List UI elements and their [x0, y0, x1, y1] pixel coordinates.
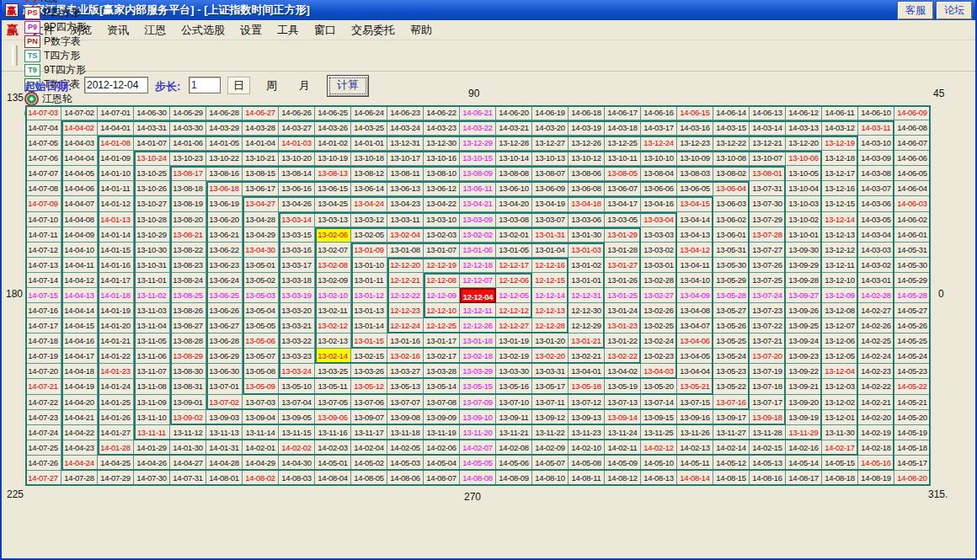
- date-cell: 14-03-16: [677, 120, 713, 136]
- toolbar-item-4[interactable]: P99P四方形: [24, 20, 87, 35]
- date-cell: 13-07-13: [605, 395, 641, 410]
- date-cell: 14-08-08: [460, 471, 496, 486]
- date-cell: 13-10-27: [134, 196, 170, 211]
- date-cell: 14-01-17: [98, 273, 134, 288]
- date-cell: 14-04-03: [61, 136, 98, 151]
- date-cell: 14-04-28: [206, 456, 243, 471]
- menu-item-3[interactable]: 江恩: [136, 22, 174, 38]
- date-cell: 13-09-08: [387, 410, 424, 425]
- date-cell: 13-09-18: [750, 410, 786, 425]
- date-cell: 14-01-16: [98, 258, 134, 273]
- date-cell: 14-05-03: [387, 456, 424, 471]
- date-cell: 14-08-05: [351, 471, 387, 486]
- date-cell: 14-03-19: [569, 120, 605, 136]
- date-cell: 13-06-14: [351, 181, 387, 196]
- date-cell: 13-03-08: [496, 212, 532, 227]
- date-cell: 13-11-30: [822, 425, 858, 440]
- date-cell: 13-06-19: [206, 196, 243, 211]
- date-cell: 14-08-01: [206, 471, 243, 486]
- date-cell: 14-03-31: [134, 120, 170, 136]
- date-cell: 13-12-04: [822, 364, 858, 379]
- date-cell: 13-07-27: [750, 243, 786, 258]
- date-cell: 14-01-11: [98, 181, 134, 196]
- date-cell: 13-03-27: [387, 364, 424, 379]
- date-cell: 13-03-01: [641, 258, 677, 273]
- date-cell: 13-02-27: [641, 288, 677, 303]
- date-cell: 13-08-15: [243, 166, 279, 181]
- date-cell: 13-10-26: [134, 181, 170, 196]
- toolbar-item-3[interactable]: PSP四方形: [24, 6, 87, 20]
- menu-item-7[interactable]: 窗口: [307, 22, 344, 38]
- date-cell: 12-12-18: [460, 258, 496, 273]
- step-input[interactable]: [189, 77, 221, 93]
- date-cell: 14-03-12: [822, 120, 858, 136]
- date-cell: 14-04-19: [61, 379, 98, 394]
- date-cell: 14-02-22: [858, 379, 894, 394]
- date-cell: 13-03-28: [424, 364, 460, 379]
- date-cell: 14-07-24: [25, 425, 61, 440]
- date-cell: 13-03-19: [279, 288, 315, 303]
- calculate-button[interactable]: 计算: [327, 75, 369, 97]
- date-cell: 13-10-11: [605, 151, 641, 166]
- date-cell: 13-11-11: [134, 425, 170, 440]
- date-cell: 13-08-31: [170, 379, 206, 394]
- date-cell: 13-03-21: [279, 318, 315, 333]
- date-cell: 13-06-26: [206, 303, 243, 318]
- date-cell: 14-05-05: [460, 456, 496, 471]
- toolbar-item-6[interactable]: TST四方形: [24, 49, 87, 63]
- date-cell: 13-05-18: [569, 379, 605, 394]
- date-cell: 13-06-09: [532, 181, 569, 196]
- date-cell: 13-01-17: [424, 333, 460, 349]
- date-cell: 14-01-29: [134, 440, 170, 456]
- date-cell: 13-02-02: [460, 227, 496, 243]
- toolbar-item-5[interactable]: PNP数字表: [24, 35, 87, 49]
- date-cell: 13-10-03: [786, 196, 822, 211]
- menu-item-4[interactable]: 公式选股: [174, 22, 232, 38]
- date-cell: 13-08-18: [170, 181, 206, 196]
- forum-button[interactable]: 论坛: [937, 2, 972, 19]
- date-cell: 13-08-02: [713, 166, 750, 181]
- date-cell: 14-06-03: [894, 196, 931, 211]
- date-cell: 14-06-06: [894, 151, 931, 166]
- date-cell: 14-05-21: [894, 395, 931, 410]
- date-cell: 14-02-05: [387, 440, 424, 456]
- date-cell: 13-02-22: [605, 349, 641, 364]
- date-cell: 13-07-02: [206, 395, 243, 410]
- menu-item-5[interactable]: 设置: [232, 22, 270, 38]
- date-cell: 13-07-31: [750, 181, 786, 196]
- period-option-0[interactable]: 日: [227, 77, 250, 94]
- date-cell: 14-03-26: [315, 120, 351, 136]
- date-cell: 13-10-07: [750, 151, 786, 166]
- t-square-icon: TS: [24, 50, 40, 62]
- date-cell: 13-12-22: [713, 136, 750, 151]
- date-cell: 13-10-16: [424, 151, 460, 166]
- date-cell: 13-06-27: [206, 318, 243, 333]
- date-cell: 13-01-22: [605, 333, 641, 349]
- menu-item-8[interactable]: 交易委托: [344, 22, 403, 38]
- date-cell: 13-01-16: [387, 333, 424, 349]
- date-cell: 13-08-26: [170, 303, 206, 318]
- date-cell: 12-12-25: [424, 318, 460, 333]
- period-option-2[interactable]: 月: [293, 77, 316, 94]
- date-cell: 14-03-14: [750, 120, 786, 136]
- date-cell: 13-04-30: [243, 243, 279, 258]
- menu-item-6[interactable]: 工具: [270, 22, 307, 38]
- date-cell: 13-09-02: [170, 410, 206, 425]
- date-cell: 13-09-26: [786, 303, 822, 318]
- customer-service-button[interactable]: 客服: [898, 2, 933, 19]
- period-option-1[interactable]: 周: [260, 77, 283, 94]
- date-cell: 13-02-05: [351, 227, 387, 243]
- date-cell: 14-05-31: [894, 243, 931, 258]
- menu-item-9[interactable]: 帮助: [403, 22, 440, 38]
- date-cell: 13-02-20: [532, 349, 569, 364]
- date-cell: 13-05-10: [279, 379, 315, 394]
- angle-label-270: 270: [464, 491, 481, 503]
- date-cell: 13-04-18: [569, 196, 605, 211]
- toolbar-item-label: 9P四方形: [44, 20, 87, 35]
- menu-item-2[interactable]: 资讯: [99, 22, 136, 38]
- date-cell: 14-05-10: [641, 456, 677, 471]
- date-cell: 14-01-20: [98, 318, 134, 333]
- date-cell: 14-05-01: [315, 456, 351, 471]
- date-cell: 13-10-01: [786, 227, 822, 243]
- start-date-input[interactable]: [84, 77, 148, 93]
